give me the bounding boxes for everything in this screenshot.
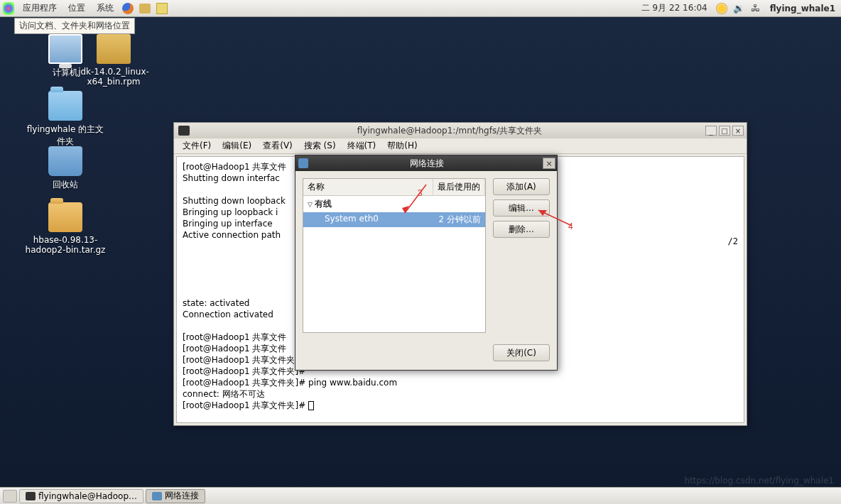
close-icon[interactable]: ×	[543, 158, 555, 169]
show-desktop-button[interactable]	[3, 490, 17, 503]
archive-icon	[97, 34, 131, 64]
note-icon[interactable]	[156, 3, 168, 14]
menu-help[interactable]: 帮助(H)	[383, 138, 421, 153]
task-label: flyingwhale@Hadoop…	[38, 491, 137, 501]
task-label: 网络连接	[165, 490, 199, 502]
network-icon	[152, 492, 162, 500]
terminal-fragment: /2	[728, 236, 738, 246]
file-manager-icon[interactable]	[139, 3, 151, 14]
desktop-trash[interactable]: 回收站	[34, 146, 97, 191]
archive-folder-icon	[48, 202, 82, 232]
terminal-cursor	[308, 401, 314, 410]
close-button[interactable]: 关闭(C)	[493, 344, 550, 361]
volume-icon[interactable]: 🔉	[733, 3, 744, 14]
menu-system[interactable]: 系统	[94, 1, 116, 16]
watermark: https://blog.csdn.net/flying_whale1	[684, 476, 834, 486]
menu-view[interactable]: 查看(V)	[259, 138, 297, 153]
desktop-hbase[interactable]: hbase-0.98.13-hadoop2-bin.tar.gz	[23, 202, 107, 255]
clock[interactable]: 二 9月 22 16:04	[639, 1, 710, 16]
annotation-label-4: 4	[568, 221, 573, 231]
applications-icon[interactable]	[3, 3, 14, 14]
bottom-panel: flyingwhale@Hadoop… 网络连接	[0, 487, 841, 504]
computer-icon	[48, 34, 82, 64]
maximize-button[interactable]: □	[719, 126, 730, 136]
connection-name: System eth0	[325, 214, 439, 226]
network-icon	[298, 158, 308, 168]
task-terminal[interactable]: flyingwhale@Hadoop…	[19, 489, 143, 503]
desktop-label: flyingwhale 的主文件夹	[23, 124, 107, 148]
terminal-icon	[178, 126, 190, 136]
terminal-title: flyingwhale@Hadoop1:/mnt/hgfs/共享文件夹	[194, 125, 705, 137]
firefox-icon[interactable]	[122, 3, 134, 14]
places-tooltip: 访问文档、文件夹和网络位置	[14, 18, 135, 34]
desktop-home[interactable]: flyingwhale 的主文件夹	[23, 91, 107, 148]
connection-list[interactable]: 名称 最后使用的 ▽有线 System eth0 2 分钟以前	[303, 178, 486, 333]
connection-row[interactable]: System eth0 2 分钟以前	[303, 212, 485, 227]
close-button[interactable]: ×	[732, 126, 744, 136]
group-wired[interactable]: ▽有线	[303, 196, 485, 212]
desktop-jdk[interactable]: jdk-14.0.2_linux-x64_bin.rpm	[78, 34, 149, 87]
desktop-label: 回收站	[34, 179, 97, 191]
menu-search[interactable]: 搜索 (S)	[300, 138, 340, 153]
terminal-icon	[26, 492, 36, 500]
task-network[interactable]: 网络连接	[146, 489, 205, 503]
col-last-used[interactable]: 最后使用的	[433, 179, 485, 195]
user-menu[interactable]: flying_whale1	[767, 2, 838, 15]
menu-edit[interactable]: 编辑(E)	[218, 138, 256, 153]
terminal-menubar: 文件(F) 编辑(E) 查看(V) 搜索 (S) 终端(T) 帮助(H)	[174, 138, 747, 154]
chevron-down-icon: ▽	[308, 201, 313, 208]
minimize-button[interactable]: _	[705, 126, 717, 136]
menu-applications[interactable]: 应用程序	[20, 1, 60, 16]
home-folder-icon	[48, 91, 82, 121]
add-button[interactable]: 添加(A)	[493, 178, 550, 195]
delete-button[interactable]: 删除...	[493, 221, 550, 238]
desktop-label: hbase-0.98.13-hadoop2-bin.tar.gz	[23, 235, 107, 255]
menu-places[interactable]: 位置	[65, 1, 88, 16]
terminal-titlebar[interactable]: flyingwhale@Hadoop1:/mnt/hgfs/共享文件夹 _ □ …	[174, 123, 747, 138]
list-header: 名称 最后使用的	[303, 179, 485, 196]
menu-file[interactable]: 文件(F)	[178, 138, 215, 153]
menu-terminal[interactable]: 终端(T)	[343, 138, 381, 153]
network-dialog: 网络连接 × 名称 最后使用的 ▽有线 System eth0 2 分钟以前 添…	[295, 155, 558, 371]
top-panel: 应用程序 位置 系统 二 9月 22 16:04 🔉 🖧 flying_whal…	[0, 0, 841, 17]
annotation-label-3: 3	[418, 188, 423, 198]
weather-icon[interactable]	[716, 3, 727, 14]
trash-icon	[48, 146, 82, 176]
desktop-label: jdk-14.0.2_linux-x64_bin.rpm	[78, 67, 149, 87]
col-name[interactable]: 名称	[303, 179, 433, 195]
edit-button[interactable]: 编辑...	[493, 199, 550, 217]
connection-time: 2 分钟以前	[439, 214, 481, 226]
network-titlebar[interactable]: 网络连接 ×	[295, 155, 557, 171]
network-tray-icon[interactable]: 🖧	[750, 3, 761, 14]
network-title: 网络连接	[311, 158, 543, 170]
